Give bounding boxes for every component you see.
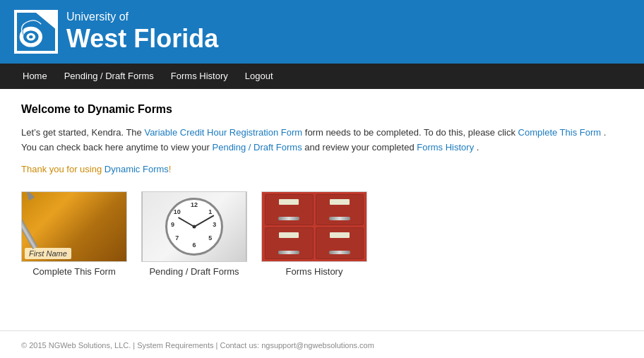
- nav-home[interactable]: Home: [14, 64, 56, 89]
- uwf-logo: [14, 10, 58, 54]
- intro-paragraph: Let’s get started, Kendra. The Variable …: [21, 126, 614, 155]
- tile-pending-label: Pending / Draft Forms: [149, 266, 239, 277]
- footer-sep2: | Contact us:: [216, 341, 262, 350]
- navbar: Home Pending / Draft Forms Forms History…: [0, 64, 644, 89]
- university-line1: University of: [66, 10, 218, 23]
- clock-num-1: 1: [208, 208, 212, 215]
- clock-minute-hand: [194, 215, 214, 227]
- intro-text-2: form needs to be completed. To do this, …: [305, 127, 518, 138]
- svg-point-6: [29, 35, 32, 39]
- pen-body: [21, 203, 37, 249]
- clock-num-6: 6: [192, 241, 196, 249]
- tile-complete-label: Complete This Form: [32, 266, 116, 277]
- tile-complete-img: First Name: [21, 191, 127, 262]
- cabinet-illustration: [262, 191, 366, 262]
- main-content: Welcome to Dynamic Forms Let’s get start…: [0, 89, 636, 302]
- contact-email-link[interactable]: ngsupport@ngwebsolutions.com: [261, 341, 374, 350]
- footer-copyright: © 2015 NGWeb Solutions, LLC.: [21, 341, 131, 350]
- drawer-handle-4: [329, 251, 350, 254]
- pen-tip: [23, 191, 35, 201]
- thank-you-static: Thank you for using: [21, 164, 105, 174]
- clock-illustration: 12 1 3 5 6 7 9 10: [142, 191, 246, 262]
- logo-text: University of West Florida: [66, 10, 218, 54]
- tile-history-label: Forms History: [286, 266, 343, 277]
- nav-pending[interactable]: Pending / Draft Forms: [56, 64, 162, 89]
- drawer-2: [316, 194, 364, 226]
- clock-face: 12 1 3 5 6 7 9 10: [165, 198, 223, 256]
- nav-history[interactable]: Forms History: [162, 64, 237, 89]
- complete-form-link[interactable]: Complete This Form: [518, 127, 602, 138]
- tile-complete-form[interactable]: First Name Complete This Form: [21, 191, 127, 277]
- nav-logout[interactable]: Logout: [237, 64, 282, 89]
- tile-history-img: [261, 191, 367, 262]
- first-name-label: First Name: [25, 248, 71, 259]
- clock-num-9: 9: [171, 221, 174, 228]
- university-line2: West Florida: [66, 23, 218, 54]
- intro-text-5: .: [477, 142, 479, 153]
- tile-forms-history[interactable]: Forms History: [261, 191, 367, 277]
- dynamic-forms-name: Dynamic Forms: [105, 164, 169, 174]
- clock-num-5: 5: [208, 234, 212, 241]
- drawer-handle-3: [278, 251, 299, 254]
- drawer-tab-3: [279, 232, 299, 238]
- pen-illustration: First Name: [22, 191, 126, 262]
- drawer-tab-4: [330, 232, 350, 238]
- welcome-title: Welcome to Dynamic Forms: [21, 103, 614, 116]
- variable-credit-link[interactable]: Variable Credit Hour Registration Form: [144, 127, 302, 138]
- drawer-4: [316, 227, 364, 259]
- footer: © 2015 NGWeb Solutions, LLC. | System Re…: [0, 330, 644, 358]
- clock-num-10: 10: [174, 208, 181, 215]
- drawer-handle-2: [329, 217, 350, 220]
- header: University of West Florida: [0, 0, 644, 64]
- tiles-row: First Name Complete This Form 12 1 3 5 6…: [21, 191, 614, 277]
- forms-history-link[interactable]: Forms History: [417, 142, 474, 153]
- thank-you-end: !: [169, 164, 172, 174]
- intro-text-1: Let’s get started, Kendra. The: [21, 127, 142, 138]
- tile-pending-forms[interactable]: 12 1 3 5 6 7 9 10 Pending / Draft Forms: [141, 191, 247, 277]
- drawer-tab-1: [279, 199, 299, 205]
- logo-area: University of West Florida: [14, 10, 218, 54]
- clock-num-12: 12: [191, 201, 198, 208]
- clock-center-dot: [193, 225, 196, 228]
- intro-text-4: and review your completed: [304, 142, 417, 153]
- tile-pending-img: 12 1 3 5 6 7 9 10: [141, 191, 247, 262]
- system-requirements-link[interactable]: System Requirements: [137, 341, 213, 350]
- drawer-3: [265, 227, 314, 259]
- drawer-1: [265, 194, 314, 226]
- thank-you-text: Thank you for using Dynamic Forms!: [21, 164, 614, 174]
- clock-num-3: 3: [213, 221, 216, 228]
- clock-num-7: 7: [175, 234, 179, 241]
- pending-forms-link[interactable]: Pending / Draft Forms: [213, 142, 302, 153]
- drawer-handle-1: [278, 217, 299, 220]
- drawer-tab-2: [330, 199, 350, 205]
- uwf-logo-icon: [17, 13, 55, 51]
